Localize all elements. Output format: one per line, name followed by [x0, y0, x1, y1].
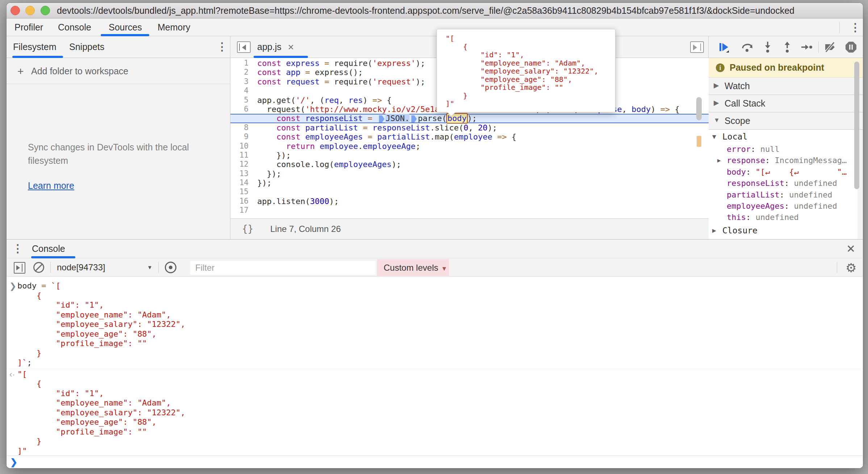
tab-profiler[interactable]: Profiler [14, 19, 43, 36]
pause-on-exceptions-icon[interactable] [845, 41, 857, 53]
dropdown-arrow-icon: ▼ [441, 265, 447, 272]
file-tab-appjs[interactable]: app.js ✕ [257, 36, 294, 57]
editor-gutter[interactable]: 12345677891011121314151617 [230, 59, 254, 215]
toolbar-separator [50, 262, 51, 273]
gutter-line[interactable]: 2 [230, 68, 254, 77]
code-line: const partialList = responseList.slice(0… [257, 123, 709, 132]
tab-console[interactable]: Console [58, 19, 91, 36]
show-console-sidebar-icon[interactable] [14, 262, 25, 274]
code-line: return employee.employeeAge; [257, 142, 709, 151]
step-over-icon[interactable] [741, 41, 754, 53]
code-line [257, 206, 709, 215]
toolbar-separator [839, 22, 840, 33]
gutter-line[interactable]: 3 [230, 77, 254, 86]
close-drawer-icon[interactable]: ✕ [846, 242, 855, 255]
section-watch[interactable]: ▶ Watch [709, 78, 863, 95]
info-icon: i [716, 63, 725, 72]
code-line: const responseList = JSON.parse(body); [230, 114, 709, 123]
navigator-menu-kebab-icon[interactable]: ⋮ [217, 41, 228, 52]
cursor-position: Line 7, Column 26 [270, 219, 341, 240]
gutter-line[interactable]: 1 [230, 59, 254, 68]
gutter-line[interactable]: 13 [230, 169, 254, 178]
console-entry-result: ‹·"[ { "id": "1", "employee_name": "Adam… [7, 370, 863, 456]
gutter-line[interactable]: 8 [230, 123, 254, 132]
title-bar: devtools://devtools/bundled/js_app.html?… [7, 3, 863, 18]
tab-snippets[interactable]: Snippets [69, 36, 104, 57]
gutter-line[interactable]: 9 [230, 132, 254, 141]
gutter-line[interactable]: 10 [230, 142, 254, 151]
execution-scroll-marker [697, 136, 701, 147]
gutter-line[interactable]: 6 [230, 105, 254, 114]
step-icon[interactable] [801, 41, 813, 53]
execution-context-selector[interactable]: node[94733] [57, 259, 105, 276]
resume-script-icon[interactable] [718, 41, 730, 53]
code-line [257, 187, 709, 196]
console-drawer-tab[interactable]: Console [32, 240, 65, 258]
step-into-icon[interactable] [761, 41, 774, 53]
gutter-line[interactable]: 16 [230, 197, 254, 206]
console-settings-gear-icon[interactable]: ⚙ [846, 260, 856, 275]
gutter-line[interactable]: 12 [230, 160, 254, 169]
main-tab-bar: Profiler Console Sources Memory ⋮ [7, 19, 863, 36]
dropdown-arrow-icon[interactable]: ▼ [147, 259, 153, 276]
console-filter-input[interactable] [190, 261, 376, 275]
tab-filesystem[interactable]: Filesystem [13, 36, 56, 57]
popover-json-value: "[ { "id": "1", "employee_name": "Adam",… [446, 34, 615, 108]
chevron-right-icon: ▶ [714, 78, 719, 95]
scope-entry-response[interactable]: ▶response: IncomingMessag… [709, 155, 857, 166]
minimize-window-button[interactable] [25, 6, 35, 15]
live-expression-eye-icon[interactable] [165, 262, 176, 273]
scope-group-closure[interactable]: ▶ Closure [709, 225, 857, 236]
chevron-right-icon: ▶ [712, 225, 716, 236]
console-prompt-row[interactable]: ❯ [7, 456, 863, 468]
gutter-line[interactable]: 11 [230, 151, 254, 160]
tab-memory[interactable]: Memory [158, 19, 190, 36]
devtools-window: devtools://devtools/bundled/js_app.html?… [7, 3, 863, 468]
scope-entry-error: error: null [709, 144, 857, 155]
learn-more-link[interactable]: Learn more [28, 180, 74, 191]
scope-entry-employeeAges: employeeAges: undefined [709, 200, 857, 212]
zoom-window-button[interactable] [41, 6, 50, 15]
debugger-panel-scrollbar[interactable] [854, 62, 859, 189]
chevron-down-icon: ▼ [712, 131, 716, 142]
result-arrow-icon: ‹· [9, 370, 17, 379]
editor-vertical-scrollbar[interactable] [696, 97, 702, 120]
drawer-menu-kebab-icon[interactable]: ⋮ [12, 243, 23, 254]
scope-group-local[interactable]: ▼ Local [709, 131, 857, 142]
code-line: }); [257, 178, 709, 187]
console-header: ⋮ Console ✕ [7, 240, 863, 258]
command-chevron-icon: ❯ [9, 281, 17, 291]
main-menu-kebab-icon[interactable]: ⋮ [850, 22, 861, 33]
toggle-debugger-panel-icon[interactable] [690, 41, 704, 53]
paused-banner-text: Paused on breakpoint [730, 58, 824, 78]
code-line: const employeeAges = partialList.map(emp… [257, 132, 709, 141]
gutter-line[interactable]: 15 [230, 187, 254, 196]
tab-sources[interactable]: Sources [109, 19, 142, 36]
navigator-sidebar: Filesystem Snippets ⋮ + Add folder to wo… [7, 36, 230, 239]
deactivate-breakpoints-icon[interactable] [824, 41, 836, 53]
chevron-right-icon: ▶ [714, 95, 719, 112]
console-toolbar: node[94733] ▼ Custom levels▼ ⚙ [7, 259, 863, 276]
gutter-line[interactable]: 17 [230, 206, 254, 215]
step-out-icon[interactable] [781, 41, 793, 53]
close-tab-icon[interactable]: ✕ [288, 43, 294, 52]
custom-levels-dropdown[interactable]: Custom levels▼ [377, 259, 449, 276]
gutter-line[interactable]: 4 [230, 86, 254, 95]
gutter-line[interactable]: 5 [230, 96, 254, 105]
clear-console-icon[interactable] [33, 262, 44, 273]
section-scope[interactable]: ▼ Scope [709, 112, 863, 130]
pretty-print-icon[interactable]: {} [242, 219, 253, 240]
console-output: ❯body = `[ { "id": "1", "employee_name":… [7, 276, 863, 468]
gutter-line[interactable]: 14 [230, 178, 254, 187]
toggle-navigator-icon[interactable] [237, 41, 251, 53]
chevron-right-icon: ▶ [717, 155, 721, 166]
toolbar-separator [837, 262, 837, 273]
section-call-stack[interactable]: ▶ Call Stack [709, 95, 863, 112]
close-window-button[interactable] [11, 6, 20, 15]
scope-pane: ▼ Local error: null▶response: IncomingMe… [709, 130, 857, 239]
toolbar-separator [818, 41, 819, 53]
scope-entries: error: null▶response: IncomingMessag…bod… [709, 144, 857, 223]
debugger-toolbar [709, 36, 863, 58]
add-folder-label: Add folder to workspace [31, 58, 128, 84]
add-folder-row[interactable]: + Add folder to workspace [7, 58, 230, 84]
